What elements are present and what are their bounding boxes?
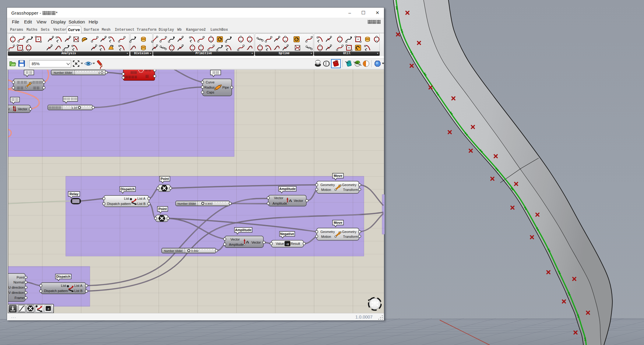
svg-text:List B: List B	[74, 289, 83, 293]
svg-text:Motion: Motion	[321, 235, 331, 238]
svg-text:Value: Value	[276, 242, 284, 245]
svg-text:List A: List A	[137, 197, 146, 200]
svg-text:Point: Point	[160, 177, 169, 181]
svg-text:Number Slider: Number Slider	[54, 71, 72, 74]
svg-text:Amplitude: Amplitude	[279, 187, 296, 191]
svg-text:List: List	[124, 197, 129, 200]
svg-text:Geometry: Geometry	[320, 230, 335, 234]
svg-text:Pipe: Pipe	[222, 86, 229, 89]
svg-text:Normal: Normal	[13, 280, 24, 284]
svg-text:Point: Point	[158, 207, 167, 211]
svg-text:Radius: Radius	[204, 86, 215, 89]
svg-text:Move: Move	[334, 174, 342, 178]
svg-text:Motion: Motion	[321, 188, 331, 192]
svg-text:1.10: 1.10	[72, 106, 77, 109]
svg-text:Transform: Transform	[343, 188, 358, 192]
svg-text:0.843: 0.843	[205, 202, 213, 205]
svg-text:List: List	[61, 284, 66, 287]
svg-text:Number Slider: Number Slider	[164, 249, 183, 252]
svg-text:Vector: Vector	[294, 199, 303, 202]
svg-text:Amplitude: Amplitude	[235, 228, 252, 232]
svg-text:Geometry: Geometry	[342, 183, 357, 187]
svg-text:List B: List B	[137, 202, 146, 206]
svg-text:Amplitude: Amplitude	[229, 243, 244, 246]
svg-text:Geometry: Geometry	[320, 183, 335, 187]
svg-text:85%: 85%	[32, 62, 40, 66]
svg-text:Vector: Vector	[274, 196, 283, 200]
svg-text:Move: Move	[334, 221, 342, 224]
svg-text:V direction: V direction	[9, 291, 24, 294]
svg-text:Geometry: Geometry	[342, 230, 357, 234]
svg-text:Vector: Vector	[252, 241, 261, 244]
svg-text:Point: Point	[16, 276, 24, 279]
svg-text:Dispatch pattern: Dispatch pattern	[44, 289, 68, 293]
svg-text:1: 1	[98, 71, 100, 74]
svg-text:Amplitude: Amplitude	[273, 202, 287, 205]
svg-text:0.692: 0.692	[191, 249, 199, 252]
svg-text:Dispatch: Dispatch	[56, 275, 71, 278]
svg-text:Negative: Negative	[280, 232, 294, 236]
svg-text:Dispatch pattern: Dispatch pattern	[107, 202, 131, 206]
svg-text:Relay: Relay	[69, 192, 79, 196]
svg-text:Vector: Vector	[231, 238, 240, 241]
svg-text:-x: -x	[286, 242, 289, 246]
svg-text:Dispatch: Dispatch	[121, 187, 135, 191]
svg-text:Number Slider: Number Slider	[178, 202, 196, 205]
svg-text:Vector: Vector	[18, 107, 27, 111]
svg-text:Result: Result	[291, 242, 300, 245]
svg-text:Curve: Curve	[206, 80, 215, 84]
svg-text:r: r	[9, 107, 10, 111]
svg-text:Frame: Frame	[15, 296, 24, 300]
svg-text:List A: List A	[74, 284, 83, 287]
svg-text:Caps: Caps	[206, 90, 214, 94]
svg-text:-x: -x	[47, 307, 50, 310]
svg-text:U direction: U direction	[8, 286, 24, 289]
svg-text:Transform: Transform	[343, 235, 358, 238]
